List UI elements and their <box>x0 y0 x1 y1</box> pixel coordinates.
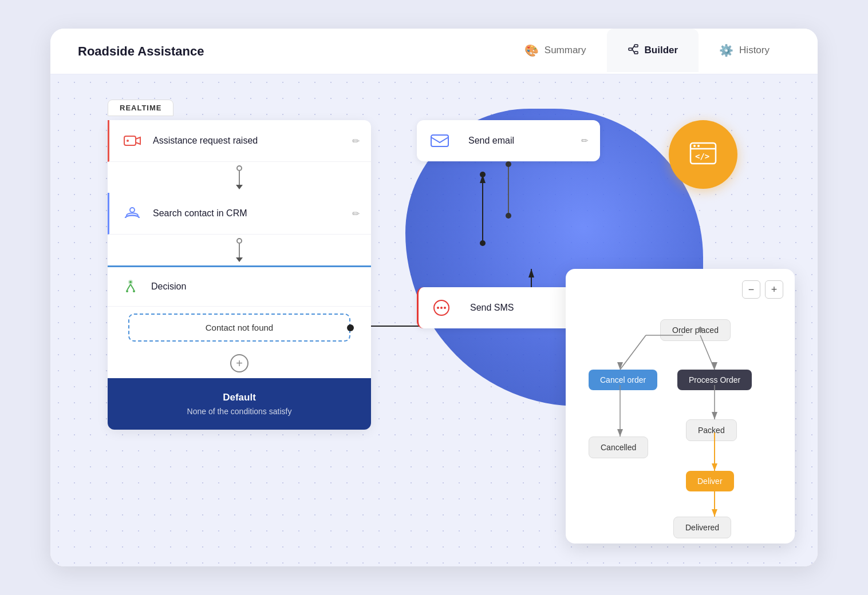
svg-marker-39 <box>712 463 717 471</box>
trigger-node[interactable]: Assistance request raised ✏ <box>108 120 371 162</box>
history-icon: ⚙️ <box>719 43 733 57</box>
svg-line-3 <box>632 46 634 49</box>
svg-rect-1 <box>634 45 638 47</box>
default-subtitle: None of the conditions satisfy <box>119 407 360 416</box>
svg-rect-0 <box>629 48 632 50</box>
contact-not-found-wrapper: Contact not found <box>108 307 371 348</box>
main-card: Roadside Assistance 🎨 Summary Builder <box>50 29 818 566</box>
svg-marker-41 <box>712 509 717 517</box>
send-email-node[interactable]: Send email ✏ <box>417 120 600 161</box>
send-email-label: Send email <box>468 136 573 146</box>
svg-line-30 <box>620 335 646 370</box>
add-branch-btn[interactable]: + <box>230 354 248 372</box>
svg-point-42 <box>698 327 703 332</box>
zoom-in-btn[interactable]: + <box>765 280 783 299</box>
svg-rect-17 <box>124 136 136 145</box>
email-icon <box>428 129 451 152</box>
svg-line-4 <box>632 49 634 53</box>
svg-rect-2 <box>634 51 638 54</box>
order-diagram: Order placed Cancel order Process Order … <box>577 308 783 537</box>
flow-panel: REALTIME Assistance request raised ✏ <box>108 120 371 430</box>
assistance-icon <box>121 129 144 152</box>
svg-point-7 <box>693 145 696 147</box>
svg-point-8 <box>697 145 700 147</box>
crm-node[interactable]: Search contact in CRM ✏ <box>108 193 371 235</box>
decision-icon <box>119 275 142 298</box>
svg-marker-37 <box>617 429 623 437</box>
svg-point-28 <box>444 307 446 309</box>
default-block[interactable]: Default None of the conditions satisfy <box>108 378 371 430</box>
svg-rect-24 <box>431 135 448 146</box>
decision-node[interactable]: Decision <box>108 265 371 307</box>
svg-point-27 <box>440 307 443 309</box>
svg-point-26 <box>437 307 439 309</box>
crm-label: Search contact in CRM <box>153 208 352 219</box>
tab-summary[interactable]: 🎨 Summary <box>504 29 607 74</box>
email-edit-btn[interactable]: ✏ <box>581 136 589 146</box>
order-flow-card: − + <box>566 269 795 544</box>
builder-icon <box>628 43 639 58</box>
svg-marker-31 <box>617 362 623 370</box>
svg-point-21 <box>129 281 132 283</box>
header: Roadside Assistance 🎨 Summary Builder <box>50 29 818 74</box>
add-branch-wrapper: + <box>108 348 371 378</box>
svg-marker-35 <box>712 412 717 419</box>
tab-history[interactable]: ⚙️ History <box>699 29 790 74</box>
order-flow-svg <box>577 308 783 537</box>
sms-icon <box>430 296 453 319</box>
svg-point-18 <box>127 140 129 142</box>
app-title: Roadside Assistance <box>78 44 204 59</box>
contact-not-found-node[interactable]: Contact not found <box>128 314 350 342</box>
send-sms-label: Send SMS <box>470 303 573 313</box>
order-flow-controls: − + <box>577 280 783 299</box>
canvas: </> REALTIME <box>50 74 818 566</box>
trigger-label: Assistance request raised <box>153 136 352 146</box>
code-icon-circle: </> <box>669 120 737 189</box>
crm-icon <box>121 202 144 225</box>
svg-point-19 <box>130 208 135 212</box>
trigger-edit-btn[interactable]: ✏ <box>352 136 360 146</box>
svg-point-22 <box>126 290 128 292</box>
realtime-badge: REALTIME <box>108 100 173 116</box>
tab-builder[interactable]: Builder <box>607 29 699 74</box>
svg-point-23 <box>133 290 135 292</box>
decision-label: Decision <box>151 281 360 292</box>
crm-edit-btn[interactable]: ✏ <box>352 208 360 219</box>
default-title: Default <box>119 392 360 403</box>
zoom-out-btn[interactable]: − <box>742 280 760 299</box>
connector-2 <box>108 235 371 265</box>
connector-1 <box>108 162 371 193</box>
summary-icon: 🎨 <box>524 43 539 57</box>
svg-text:</>: </> <box>695 152 709 161</box>
tabs: 🎨 Summary Builder ⚙️ History <box>504 29 790 74</box>
svg-line-32 <box>700 335 715 370</box>
